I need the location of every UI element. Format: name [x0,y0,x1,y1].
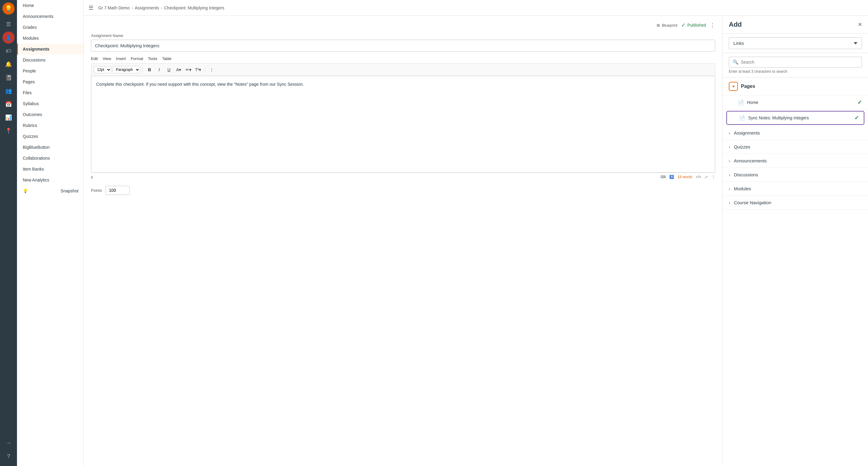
category-label-quizzes: Quizzes [734,144,750,149]
highlight-button[interactable]: ✏▾ [184,65,193,74]
paragraph-select[interactable]: Paragraph [113,66,140,73]
menu-edit[interactable]: Edit [91,56,98,61]
chart-icon[interactable]: 📊 [2,111,14,124]
help-icon[interactable]: ? [2,450,14,462]
menu-table[interactable]: Table [162,56,172,61]
format-divider-1 [143,67,143,73]
sidebar-item-grades[interactable]: Grades [17,22,84,33]
font-size-select[interactable]: 12pt [94,66,111,73]
breadcrumb-course[interactable]: Gr 7 Math Demo [98,5,129,10]
links-dropdown[interactable]: Links External URLs Course Content [729,37,862,49]
sidebar-item-item-banks[interactable]: Item Banks [17,164,84,174]
expand-icon[interactable]: ⤢ [705,175,708,179]
discussions-chevron-icon: › [729,172,730,177]
editor-body[interactable]: Complete this checkpoint. If you need su… [91,76,715,173]
right-panel-header: Add × [723,16,868,34]
more-options-button[interactable]: ⋮ [710,22,715,29]
category-item-discussions[interactable]: › Discussions [723,168,868,182]
blueprint-label: Blueprint [662,23,677,28]
sidebar-label-quizzes: Quizzes [23,134,38,139]
sidebar-item-snapshot[interactable]: 💡 Snapshot [17,186,84,196]
sidebar-item-pages[interactable]: Pages [17,76,84,87]
superscript-button[interactable]: T²▾ [194,65,202,74]
sidebar-label-snapshot: Snapshot [61,189,79,193]
pages-chevron-button[interactable]: ▾ [729,82,738,91]
page-item-home[interactable]: 📄 Home ✓ [723,95,868,110]
people-icon[interactable]: 👥 [2,85,14,97]
right-panel-title: Add [729,21,742,29]
editor-toolbar-row: ⊞ Blueprint ✓ Published ⋮ [91,22,715,29]
sidebar-item-discussions[interactable]: Discussions 👁 [17,55,84,65]
sidebar-item-syllabus[interactable]: Syllabus 👁 [17,98,84,109]
blueprint-button[interactable]: ⊞ Blueprint [657,23,677,28]
italic-button[interactable]: I [155,65,163,74]
page-item-sync-notes[interactable]: 📄 Sync Notes: Multiplying Integers ✓ [726,111,864,125]
sidebar-item-home[interactable]: Home [17,0,84,11]
alert-icon[interactable]: 🔔 [2,58,14,70]
sidebar-item-bigbluebutton[interactable]: BigBlueButton 👁 [17,142,84,153]
badge-icon[interactable]: 🏷 [2,45,14,57]
sidebar-item-new-analytics[interactable]: New Analytics [17,174,84,186]
published-label: Published [687,23,706,28]
sidebar-item-quizzes[interactable]: Quizzes 👁 [17,131,84,142]
more-format-button[interactable]: ⋮ [208,65,216,74]
sidebar-item-collaborations[interactable]: Collaborations 👁 [17,153,84,164]
menu-insert[interactable]: Insert [116,56,126,61]
sidebar-item-modules[interactable]: Modules [17,33,84,44]
course-nav-chevron-icon: › [729,200,730,205]
search-input-wrapper: 🔍 [729,57,862,68]
breadcrumb-page: Checkpoint: Multiplying Integers [164,5,224,10]
content-area: ⊞ Blueprint ✓ Published ⋮ Assignment Nam… [84,16,868,466]
forward-icon[interactable]: → [2,437,14,449]
hamburger-icon[interactable]: ☰ [2,18,14,30]
calendar-icon[interactable]: 📅 [2,98,14,110]
dots-icon[interactable]: ⋮ [712,175,715,179]
close-button[interactable]: × [858,21,862,29]
search-hint: Enter at least 3 characters to search [729,69,862,74]
editor-status-bar: p ⌨ ♿ 18 words </> ⤢ ⋮ [91,173,715,181]
word-count: 18 words [678,175,692,179]
category-item-announcements[interactable]: › Announcements [723,154,868,168]
sidebar-label-announcements: Announcements [23,14,53,19]
category-item-assignments[interactable]: › Assignments [723,126,868,140]
sidebar: Home Announcements 👁 Grades Modules Assi… [17,0,84,466]
category-item-modules[interactable]: › Modules [723,182,868,196]
sidebar-label-outcomes: Outcomes [23,112,42,117]
search-input[interactable] [741,60,858,65]
category-item-course-navigation[interactable]: › Course Navigation [723,196,868,210]
right-panel: Add × Links External URLs Course Content… [722,16,868,466]
pages-section-header[interactable]: ▾ Pages [723,77,868,95]
sidebar-label-modules: Modules [23,36,39,41]
category-item-quizzes[interactable]: › Quizzes [723,140,868,154]
sidebar-item-outcomes[interactable]: Outcomes 👁 [17,109,84,120]
sidebar-item-people[interactable]: People 👁 [17,65,84,76]
menu-view[interactable]: View [102,56,111,61]
menu-toggle[interactable]: ☰ [89,4,93,11]
blueprint-icon: ⊞ [657,23,660,28]
sidebar-item-rubrics[interactable]: Rubrics 👁 [17,120,84,131]
code-view-icon[interactable]: </> [696,175,701,179]
menu-format[interactable]: Format [131,56,143,61]
notebook-icon[interactable]: 📓 [2,71,14,84]
editor-content: Complete this checkpoint. If you need su… [96,81,710,88]
pages-section: ▾ Pages 📄 Home ✓ 📄 Sync Notes: Multiplyi… [723,77,868,466]
avatar-icon[interactable]: 👤 [2,32,14,44]
points-input[interactable] [105,186,130,195]
menu-tools[interactable]: Tools [148,56,157,61]
assignment-name-input[interactable] [91,40,715,52]
app-logo[interactable]: 💡 [2,2,14,14]
main-content: ☰ Gr 7 Math Demo › Assignments › Checkpo… [84,0,868,466]
text-color-button[interactable]: A▾ [175,65,183,74]
sidebar-item-announcements[interactable]: Announcements 👁 [17,11,84,22]
editor-menubar: Edit View Insert Format Tools Table [91,56,715,61]
breadcrumb-section[interactable]: Assignments [135,5,159,10]
page-icon-sync-notes: 📄 [739,115,745,121]
bold-button[interactable]: B [145,65,154,74]
underline-button[interactable]: U [165,65,173,74]
sidebar-item-assignments[interactable]: Assignments 👁 [17,44,84,55]
sidebar-label-people: People [23,68,36,73]
sidebar-item-files[interactable]: Files 👁 [17,87,84,98]
editor-format-bar: 12pt Paragraph B I U A▾ ✏▾ T²▾ ⋮ [91,63,715,76]
category-label-course-navigation: Course Navigation [734,200,771,205]
location-icon[interactable]: 📍 [2,125,14,137]
